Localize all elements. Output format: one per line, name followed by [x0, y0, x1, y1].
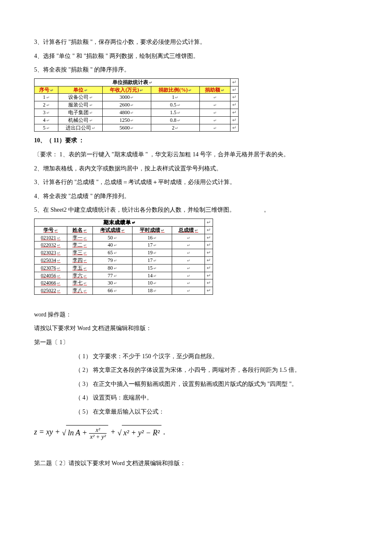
- q10-l5-dot: 。: [264, 207, 270, 213]
- word-item: （ 5） 在文章最后输入以下公式：: [34, 406, 358, 418]
- formula-sqrt2: x² + y² − R²: [122, 425, 161, 440]
- table-row: 022032李二4017↵: [35, 242, 213, 249]
- col-usual: 平时成绩: [132, 226, 172, 234]
- table-row: 025034李四7917↵: [35, 256, 213, 264]
- col-amount: 捐助额: [199, 86, 230, 94]
- col-exam: 考试成绩: [92, 226, 132, 234]
- table-row: 3电子集团48001.5↵: [35, 109, 239, 116]
- word-t2: 第二题〔 2〕请按以下要求对 Word 文档进展编辑和排版：: [34, 458, 358, 469]
- word-item: （ 2） 将文章正文各段的字体设置为宋体，小四号，两端对齐，各段行间距为 1.5…: [34, 365, 358, 376]
- line-5: 5、将全表按 "捐款额 " 的降序排序。: [34, 64, 358, 76]
- formula-plus: +: [110, 428, 118, 436]
- q10-l5-text: 5、在 Sheet2 中建立成绩统计表，统计出各分数段的人数，并绘制三维饼图。: [34, 207, 235, 213]
- q10-l5: 5、在 Sheet2 中建立成绩统计表，统计出各分数段的人数，并绘制三维饼图。 …: [34, 204, 358, 216]
- q10-head: 10、（ 11）要求 ：: [34, 135, 358, 147]
- q10-l3: 3、计算各行的 "总成绩 "，总成绩＝考试成绩＋平时成绩，必须用公式计算。: [34, 177, 358, 188]
- formula-dot: .: [163, 428, 165, 436]
- table-row: 1设备公司30001↵: [35, 94, 239, 101]
- word-item: （ 1） 文字要求：不少于 150 个汉字，至少两自然段。: [34, 351, 358, 362]
- col-seq: 序号: [35, 86, 58, 94]
- col-unit: 单位: [58, 86, 103, 94]
- word-intro: 请按以下要求对 Word 文档进展编辑和排版：: [34, 323, 358, 334]
- q10-l2: 2、增加表格线，表内文字或数据均居中，按上表样式设置学号列格式。: [34, 163, 358, 175]
- table-row: 023023李三6519↵: [35, 249, 213, 257]
- table-a-header-row: 序号 单位 年收入(万元) 捐款比例(%) 捐助额 ↵: [35, 86, 239, 94]
- table-row: 023076李五8015↵: [35, 264, 213, 272]
- donation-table: 单位捐款统计表 ↵ 序号 单位 年收入(万元) 捐款比例(%) 捐助额 ↵ 1设…: [34, 78, 239, 132]
- table-row: 4机械公司12500.8↵: [35, 116, 239, 124]
- col-id: 学号: [35, 226, 67, 234]
- formula-ln: ln A +: [68, 428, 87, 437]
- frac-den: x² + y²: [89, 434, 107, 440]
- table-row: 024066李七3010↵: [35, 279, 213, 287]
- line-4: 4、选择 "单位 " 和 "捐款额 " 两列数据，绘制别离式三维饼图。: [34, 51, 358, 62]
- word-item: （ 3） 在正文中插入一幅剪贴画或图片，设置剪贴画或图片版式的版式为 "四周型 …: [34, 379, 358, 390]
- col-income: 年收入(万元): [102, 86, 151, 94]
- score-table: 期末成绩单 ↵ 学号 姓名 考试成绩 平时成绩 总成绩 ↵ 021021李一50…: [34, 219, 213, 295]
- table-row: 021021李一5016↵: [35, 234, 213, 242]
- line-3: 3、计算各行 "捐款额 "，保存两位小数，要求必须使用公式计算。: [34, 37, 358, 48]
- table-row: 025022李八6618↵: [35, 287, 213, 295]
- col-name: 姓名: [67, 226, 92, 234]
- table-a-title: 单位捐款统计表: [35, 78, 231, 86]
- q10-l1: 〔要求： 1、表的第一行键入 "期末成绩单 " ，华文彩云加粗 14 号字，合并…: [34, 149, 358, 161]
- word-item: （ 4） 设置页码：底端居中。: [34, 392, 358, 404]
- table-row: 024056李六7714↵: [35, 272, 213, 279]
- table-b-header-row: 学号 姓名 考试成绩 平时成绩 总成绩 ↵: [35, 226, 213, 234]
- formula: z = xy + √ ln A + x² x² + y² + √x² + y² …: [34, 420, 358, 445]
- sqrt-icon: √ ln A + x² x² + y²: [62, 425, 108, 440]
- col-ratio: 捐款比例(%): [151, 86, 199, 94]
- frac-num: x²: [89, 427, 107, 434]
- table-row: 2服装公司26000.5↵: [35, 101, 239, 109]
- table-row: 5进出口公司56002↵: [35, 124, 239, 132]
- fraction: x² x² + y²: [89, 427, 107, 440]
- sqrt-icon: √x² + y² − R²: [118, 425, 161, 440]
- word-head: word 操作题：: [34, 309, 358, 321]
- table-b-title: 期末成绩单: [35, 219, 205, 226]
- word-t1-head: 第一题〔 1〕: [34, 337, 358, 348]
- formula-lhs: z = xy +: [34, 428, 60, 436]
- col-total: 总成绩: [172, 226, 205, 234]
- q10-l4: 4、将全表按 "总成绩 " 的降序排列。: [34, 191, 358, 202]
